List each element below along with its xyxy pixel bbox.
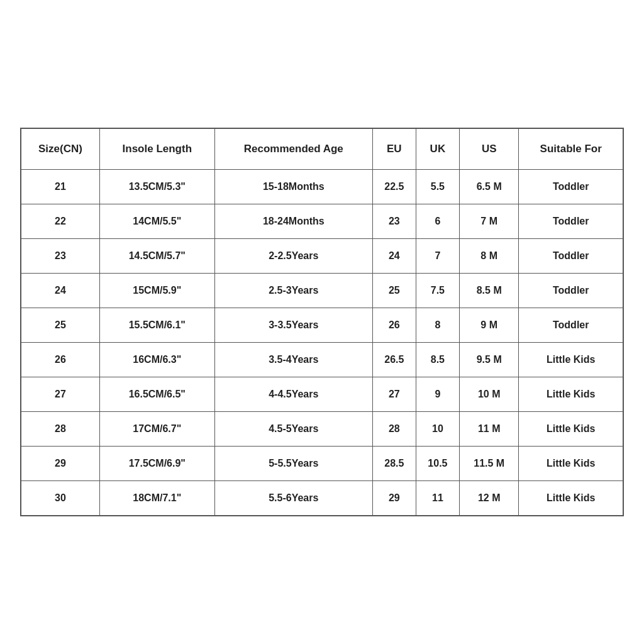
table-row: 2415CM/5.9"2.5-3Years257.58.5 MToddler xyxy=(21,274,623,308)
cell-us: 11 M xyxy=(459,412,519,447)
cell-suitable_for: Little Kids xyxy=(519,377,623,412)
cell-uk: 9 xyxy=(416,377,459,412)
cell-size_cn: 24 xyxy=(21,274,99,308)
cell-eu: 28 xyxy=(372,412,416,447)
cell-recommended_age: 2-2.5Years xyxy=(214,239,372,274)
cell-us: 10 M xyxy=(459,377,519,412)
cell-uk: 8.5 xyxy=(416,343,459,377)
cell-suitable_for: Little Kids xyxy=(519,447,623,481)
cell-insole_length: 14.5CM/5.7" xyxy=(99,239,214,274)
cell-size_cn: 21 xyxy=(21,170,99,204)
cell-insole_length: 17.5CM/6.9" xyxy=(99,447,214,481)
cell-eu: 27 xyxy=(372,377,416,412)
column-header-recommended_age: Recommended Age xyxy=(214,128,372,170)
table-row: 2616CM/6.3"3.5-4Years26.58.59.5 MLittle … xyxy=(21,343,623,377)
cell-insole_length: 18CM/7.1" xyxy=(99,481,214,516)
table-row: 2214CM/5.5"18-24Months2367 MToddler xyxy=(21,204,623,239)
size-chart-container: Size(CN)Insole LengthRecommended AgeEUUK… xyxy=(20,128,624,516)
cell-eu: 23 xyxy=(372,204,416,239)
cell-recommended_age: 15-18Months xyxy=(214,170,372,204)
cell-size_cn: 29 xyxy=(21,447,99,481)
cell-insole_length: 15.5CM/6.1" xyxy=(99,308,214,343)
cell-insole_length: 15CM/5.9" xyxy=(99,274,214,308)
table-row: 3018CM/7.1"5.5-6Years291112 MLittle Kids xyxy=(21,481,623,516)
cell-eu: 22.5 xyxy=(372,170,416,204)
cell-uk: 5.5 xyxy=(416,170,459,204)
cell-insole_length: 16CM/6.3" xyxy=(99,343,214,377)
cell-recommended_age: 5-5.5Years xyxy=(214,447,372,481)
cell-insole_length: 14CM/5.5" xyxy=(99,204,214,239)
table-row: 2716.5CM/6.5"4-4.5Years27910 MLittle Kid… xyxy=(21,377,623,412)
cell-uk: 7.5 xyxy=(416,274,459,308)
cell-suitable_for: Little Kids xyxy=(519,481,623,516)
cell-uk: 8 xyxy=(416,308,459,343)
cell-suitable_for: Toddler xyxy=(519,170,623,204)
cell-recommended_age: 4-4.5Years xyxy=(214,377,372,412)
cell-uk: 7 xyxy=(416,239,459,274)
column-header-us: US xyxy=(459,128,519,170)
cell-insole_length: 16.5CM/6.5" xyxy=(99,377,214,412)
cell-recommended_age: 5.5-6Years xyxy=(214,481,372,516)
cell-size_cn: 27 xyxy=(21,377,99,412)
cell-uk: 10.5 xyxy=(416,447,459,481)
table-body: 2113.5CM/5.3"15-18Months22.55.56.5 MTodd… xyxy=(21,170,623,516)
cell-eu: 28.5 xyxy=(372,447,416,481)
cell-recommended_age: 3.5-4Years xyxy=(214,343,372,377)
cell-recommended_age: 18-24Months xyxy=(214,204,372,239)
table-row: 2515.5CM/6.1"3-3.5Years2689 MToddler xyxy=(21,308,623,343)
column-header-insole_length: Insole Length xyxy=(99,128,214,170)
cell-size_cn: 25 xyxy=(21,308,99,343)
cell-size_cn: 26 xyxy=(21,343,99,377)
cell-suitable_for: Toddler xyxy=(519,274,623,308)
cell-suitable_for: Little Kids xyxy=(519,343,623,377)
cell-us: 9 M xyxy=(459,308,519,343)
cell-insole_length: 17CM/6.7" xyxy=(99,412,214,447)
cell-eu: 25 xyxy=(372,274,416,308)
cell-us: 12 M xyxy=(459,481,519,516)
cell-size_cn: 30 xyxy=(21,481,99,516)
cell-eu: 29 xyxy=(372,481,416,516)
cell-us: 11.5 M xyxy=(459,447,519,481)
column-header-uk: UK xyxy=(416,128,459,170)
table-row: 2113.5CM/5.3"15-18Months22.55.56.5 MTodd… xyxy=(21,170,623,204)
cell-us: 8 M xyxy=(459,239,519,274)
table-row: 2314.5CM/5.7"2-2.5Years2478 MToddler xyxy=(21,239,623,274)
cell-suitable_for: Little Kids xyxy=(519,412,623,447)
table-row: 2817CM/6.7"4.5-5Years281011 MLittle Kids xyxy=(21,412,623,447)
table-header-row: Size(CN)Insole LengthRecommended AgeEUUK… xyxy=(21,128,623,170)
cell-recommended_age: 2.5-3Years xyxy=(214,274,372,308)
cell-size_cn: 23 xyxy=(21,239,99,274)
table-row: 2917.5CM/6.9"5-5.5Years28.510.511.5 MLit… xyxy=(21,447,623,481)
column-header-size_cn: Size(CN) xyxy=(21,128,99,170)
cell-recommended_age: 4.5-5Years xyxy=(214,412,372,447)
cell-uk: 6 xyxy=(416,204,459,239)
cell-us: 7 M xyxy=(459,204,519,239)
size-chart-table: Size(CN)Insole LengthRecommended AgeEUUK… xyxy=(20,128,624,516)
cell-us: 8.5 M xyxy=(459,274,519,308)
column-header-suitable_for: Suitable For xyxy=(519,128,623,170)
cell-eu: 26.5 xyxy=(372,343,416,377)
cell-insole_length: 13.5CM/5.3" xyxy=(99,170,214,204)
cell-size_cn: 22 xyxy=(21,204,99,239)
cell-recommended_age: 3-3.5Years xyxy=(214,308,372,343)
cell-size_cn: 28 xyxy=(21,412,99,447)
column-header-eu: EU xyxy=(372,128,416,170)
cell-suitable_for: Toddler xyxy=(519,239,623,274)
cell-us: 6.5 M xyxy=(459,170,519,204)
cell-suitable_for: Toddler xyxy=(519,204,623,239)
cell-suitable_for: Toddler xyxy=(519,308,623,343)
cell-eu: 24 xyxy=(372,239,416,274)
cell-eu: 26 xyxy=(372,308,416,343)
cell-uk: 10 xyxy=(416,412,459,447)
cell-us: 9.5 M xyxy=(459,343,519,377)
cell-uk: 11 xyxy=(416,481,459,516)
